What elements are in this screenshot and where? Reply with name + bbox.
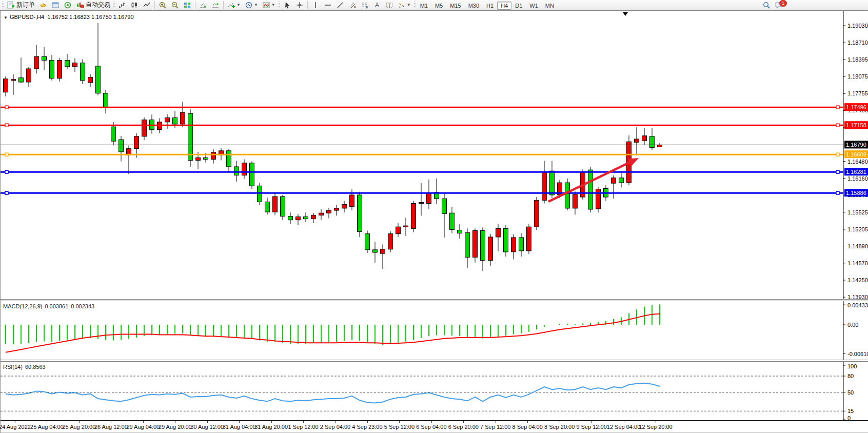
timeframe-w1-button[interactable]: W1 (526, 2, 542, 10)
time-axis-tick (207, 421, 208, 423)
candlestick-chart-button[interactable] (128, 0, 141, 10)
macd-panel[interactable]: MACD(12,26,9)0.0038610.002343 0.0043360.… (1, 301, 868, 360)
bear-candle (234, 167, 239, 175)
trendline-button[interactable] (334, 0, 346, 10)
line-handle[interactable] (836, 170, 839, 173)
time-axis[interactable]: 24 Aug 202225 Aug 04:0025 Aug 20:0026 Au… (1, 420, 868, 432)
bear-candle (81, 63, 85, 81)
bull-candle (142, 120, 147, 136)
text-label-button[interactable]: T (383, 0, 396, 10)
crosshair-icon (295, 1, 304, 9)
vertical-line-button[interactable] (309, 0, 322, 10)
tile-windows-icon (183, 1, 191, 9)
search-button[interactable] (760, 0, 773, 10)
price-tick-label: 1.19030 (847, 23, 868, 29)
bull-candle (542, 172, 547, 200)
timeframe-m30-button[interactable]: M30 (465, 2, 483, 10)
bull-candle (196, 158, 201, 160)
cursor-button[interactable] (281, 0, 293, 10)
time-axis-label: 29 Aug 20:00 (159, 424, 192, 430)
auto-scroll-icon (199, 1, 207, 9)
bull-candle (181, 112, 185, 124)
time-axis-tick (367, 421, 368, 423)
price-tick-label: 1.18710 (847, 40, 868, 46)
new-order-button[interactable]: 新订单 (5, 0, 37, 10)
timeframe-m15-button[interactable]: M15 (446, 2, 464, 10)
line-handle[interactable] (5, 170, 8, 173)
terminal-button[interactable] (49, 0, 62, 10)
bear-candle (550, 171, 555, 195)
text-button[interactable]: A (371, 0, 383, 10)
tile-windows-button[interactable] (181, 0, 193, 10)
rsi-value: 60.8563 (25, 364, 46, 370)
equidistant-channel-button[interactable]: E (346, 0, 359, 10)
chart-shift-button[interactable] (209, 0, 222, 10)
time-axis-label: 8 Sep 04:00 (512, 424, 543, 430)
timeframe-mn-button[interactable]: MN (542, 2, 558, 10)
line-handle[interactable] (5, 106, 8, 109)
line-handle[interactable] (5, 191, 8, 194)
trendline-icon (336, 1, 344, 9)
indicators-button[interactable]: ▼ (225, 0, 243, 10)
line-handle[interactable] (836, 124, 839, 127)
periods-button[interactable]: ▼ (243, 0, 260, 10)
bull-candle (473, 230, 478, 257)
bear-candle (458, 230, 462, 233)
timeframe-m1-button[interactable]: M1 (417, 2, 431, 10)
time-axis-label: 1 Sep 12:00 (288, 424, 318, 430)
main-chart-panel[interactable]: ▼GBPUSD-,H4 1.16752 1.16823 1.16750 1.16… (1, 11, 868, 299)
zoom-out-button[interactable] (169, 0, 181, 10)
bull-candle (73, 63, 77, 67)
time-axis-tick (271, 421, 272, 423)
auto-scroll-button[interactable] (197, 0, 209, 10)
price-tick-label: 1.15205 (847, 226, 868, 232)
svg-text:A: A (375, 2, 379, 9)
signals-button[interactable] (62, 0, 74, 10)
templates-icon (262, 1, 270, 9)
arrows-button[interactable]: ▼ (396, 0, 413, 10)
collapse-triangle-icon[interactable]: ▼ (4, 15, 8, 20)
line-handle[interactable] (836, 106, 839, 109)
bear-candle (281, 196, 285, 216)
macd-label: MACD(12,26,9)0.0038610.002343 (3, 303, 97, 309)
timeframe-d1-button[interactable]: D1 (511, 2, 526, 10)
autotrading-icon (76, 1, 84, 9)
horizontal-line-button[interactable] (322, 0, 334, 10)
bar-chart-button[interactable] (116, 0, 128, 10)
time-axis-label: 5 Sep 12:00 (384, 424, 415, 430)
templates-button[interactable]: ▼ (260, 0, 278, 10)
crosshair-button[interactable] (293, 0, 306, 10)
bear-candle (442, 199, 447, 213)
notifications-button[interactable]: 1 (773, 0, 785, 10)
terminal-icon (51, 1, 60, 9)
zoom-in-button[interactable] (156, 0, 169, 10)
time-axis-label: 26 Aug 12:00 (94, 424, 128, 430)
bear-candle (588, 170, 593, 209)
candlestick-chart[interactable]: 1.190301.187101.183951.180751.177551.174… (1, 11, 868, 299)
line-handle[interactable] (836, 153, 839, 156)
bull-candle (404, 226, 408, 227)
time-axis-label: 12 Sep 04:00 (607, 424, 640, 430)
chevron-down-icon: ▼ (236, 3, 241, 7)
bull-candle (134, 136, 139, 149)
line-handle[interactable] (5, 153, 8, 156)
metaeditor-button[interactable] (37, 0, 49, 10)
time-axis-tick (15, 421, 15, 423)
macd-signal-line (6, 314, 660, 352)
line-handle[interactable] (836, 191, 839, 194)
timeframe-m5-button[interactable]: M5 (431, 2, 446, 10)
indicators-icon (227, 1, 235, 9)
rsi-tick-label: 15 (847, 408, 854, 414)
price-tick-label: 1.14250 (847, 277, 868, 283)
line-handle[interactable] (5, 124, 8, 127)
autotrading-button[interactable]: 自动交易 (74, 0, 112, 10)
timeframe-h1-button[interactable]: H1 (483, 2, 497, 10)
line-chart-button[interactable] (141, 0, 153, 10)
timeframe-h4-button[interactable]: H4 (497, 2, 511, 10)
bull-candle (511, 238, 516, 252)
bear-candle (65, 60, 70, 66)
rsi-panel[interactable]: RSI(14)60.8563 1008050150 (1, 362, 868, 420)
bear-candle (304, 216, 308, 219)
fibonacci-button[interactable]: F (359, 0, 371, 10)
bear-candle (619, 178, 624, 183)
